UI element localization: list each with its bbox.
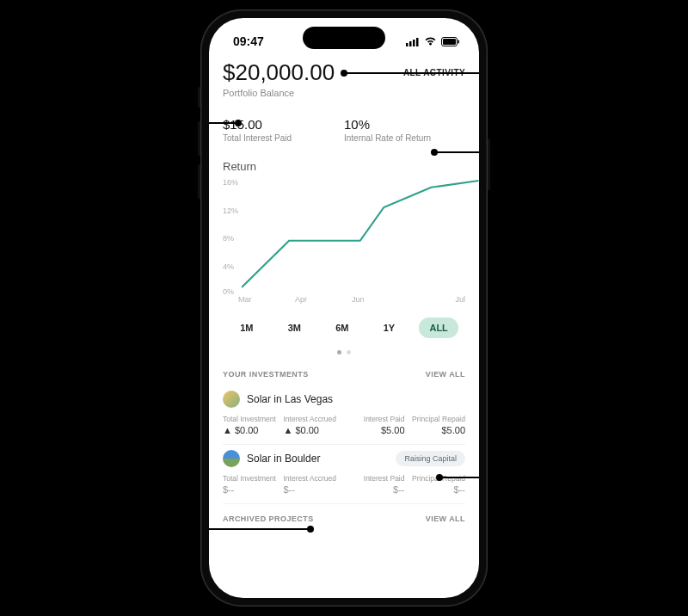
return-chart-section: Return 16% 12% 8% 4% 0% Mar Apr Jun Jul bbox=[223, 160, 465, 304]
col-interest-accrued: Interest Accrued▲ $0.00 bbox=[284, 415, 345, 435]
y-tick: 4% bbox=[223, 262, 234, 271]
investment-columns: Total Investment$--Interest Accrued$--In… bbox=[223, 474, 465, 495]
x-tick: Apr bbox=[295, 295, 352, 304]
annotation-line bbox=[209, 528, 308, 530]
portfolio-balance-label: Portfolio Balance bbox=[223, 88, 465, 98]
battery-icon bbox=[441, 37, 460, 46]
page-indicator bbox=[223, 350, 465, 354]
pager-dot[interactable] bbox=[337, 350, 341, 354]
metrics-row: $15.00 Total Interest Paid 10% Internal … bbox=[223, 117, 465, 143]
metric-label: Total Interest Paid bbox=[223, 133, 344, 143]
col-interest-accrued: Interest Accrued$-- bbox=[284, 474, 345, 495]
annotation-dot bbox=[307, 526, 314, 533]
status-right bbox=[406, 37, 460, 46]
y-tick: 0% bbox=[223, 287, 234, 296]
col-value: $5.00 bbox=[405, 425, 466, 435]
phone-frame: 09:47 $20,000.00 bbox=[200, 9, 488, 607]
col-label: Total Investment bbox=[223, 474, 284, 483]
x-tick: Jun bbox=[352, 295, 408, 304]
project-name: Solar in Boulder bbox=[247, 453, 320, 465]
wifi-icon bbox=[424, 37, 437, 46]
metric-irr: 10% Internal Rate of Return bbox=[344, 117, 465, 143]
range-button-1m[interactable]: 1M bbox=[230, 317, 263, 338]
y-tick: 8% bbox=[223, 234, 234, 243]
investment-head: Solar in Las Vegas bbox=[223, 391, 465, 408]
x-tick: Jul bbox=[408, 295, 465, 304]
dynamic-island bbox=[303, 27, 385, 49]
annotation-dot bbox=[431, 149, 438, 156]
investment-head: Solar in BoulderRaising Capital bbox=[223, 450, 465, 467]
col-value: $-- bbox=[344, 484, 405, 495]
content: $20,000.00 ALL ACTIVITY Portfolio Balanc… bbox=[209, 54, 479, 598]
volume-down-button bbox=[198, 164, 200, 199]
annotation-dot bbox=[235, 120, 242, 126]
chart-svg bbox=[242, 178, 479, 290]
col-total-investment: Total Investment$-- bbox=[223, 474, 284, 495]
investment-left: Solar in Las Vegas bbox=[223, 391, 333, 408]
col-value: $5.00 bbox=[344, 425, 405, 435]
col-value: ▲ $0.00 bbox=[284, 425, 345, 435]
investment-columns: Total Investment▲ $0.00Interest Accrued▲… bbox=[223, 415, 465, 435]
svg-rect-5 bbox=[443, 39, 456, 45]
y-tick: 12% bbox=[223, 206, 238, 215]
col-value: $-- bbox=[405, 484, 466, 495]
svg-rect-6 bbox=[458, 40, 460, 43]
svg-rect-3 bbox=[416, 38, 419, 46]
col-value: ▲ $0.00 bbox=[223, 425, 284, 435]
annotation-line bbox=[434, 151, 479, 153]
pager-dot[interactable] bbox=[347, 350, 351, 354]
project-name: Solar in Las Vegas bbox=[247, 393, 333, 405]
project-avatar bbox=[223, 391, 240, 408]
section-title: ARCHIVED PROJECTS bbox=[223, 514, 314, 523]
x-tick: Mar bbox=[238, 295, 295, 304]
status-time: 09:47 bbox=[233, 34, 264, 48]
investments-list: Solar in Las VegasTotal Investment▲ $0.0… bbox=[223, 385, 465, 504]
range-button-3m[interactable]: 3M bbox=[278, 317, 311, 338]
col-label: Interest Accrued bbox=[284, 415, 345, 423]
range-button-all[interactable]: ALL bbox=[419, 317, 458, 338]
col-principal-repaid: Principal Repaid$5.00 bbox=[405, 415, 466, 435]
col-label: Principal Repaid bbox=[405, 415, 466, 423]
annotation-line bbox=[344, 72, 479, 74]
annotation-line bbox=[209, 122, 235, 124]
annotation-dot bbox=[341, 70, 347, 77]
time-range-selector: 1M3M6M1YALL bbox=[223, 317, 465, 338]
archived-header: ARCHIVED PROJECTS VIEW ALL bbox=[223, 514, 465, 523]
power-button bbox=[488, 139, 490, 190]
investments-header: YOUR INVESTMENTS VIEW ALL bbox=[223, 370, 465, 379]
col-value: $-- bbox=[284, 484, 345, 495]
chart-line bbox=[242, 181, 478, 287]
return-chart: 16% 12% 8% 4% 0% bbox=[223, 178, 465, 290]
col-label: Interest Paid bbox=[344, 474, 405, 483]
svg-rect-2 bbox=[413, 40, 415, 46]
investment-left: Solar in Boulder bbox=[223, 450, 320, 467]
y-tick: 16% bbox=[223, 178, 238, 187]
svg-rect-0 bbox=[406, 43, 408, 46]
annotation-line bbox=[439, 477, 479, 478]
investment-item[interactable]: Solar in Las VegasTotal Investment▲ $0.0… bbox=[223, 385, 465, 445]
cellular-icon bbox=[406, 37, 420, 46]
investment-item[interactable]: Solar in BoulderRaising CapitalTotal Inv… bbox=[223, 445, 465, 504]
col-interest-paid: Interest Paid$5.00 bbox=[344, 415, 405, 435]
range-button-1y[interactable]: 1Y bbox=[373, 317, 405, 338]
range-button-6m[interactable]: 6M bbox=[325, 317, 359, 338]
svg-rect-1 bbox=[409, 41, 412, 46]
screen: 09:47 $20,000.00 bbox=[209, 18, 479, 598]
col-label: Principal Repaid bbox=[405, 474, 466, 483]
project-avatar bbox=[223, 450, 240, 467]
col-label: Interest Accrued bbox=[284, 474, 345, 483]
view-all-link[interactable]: VIEW ALL bbox=[426, 514, 465, 523]
col-label: Total Investment bbox=[223, 415, 284, 423]
col-label: Interest Paid bbox=[344, 415, 405, 423]
volume-up-button bbox=[198, 121, 200, 156]
view-all-link[interactable]: VIEW ALL bbox=[426, 370, 465, 379]
col-interest-paid: Interest Paid$-- bbox=[344, 474, 405, 495]
col-total-investment: Total Investment▲ $0.00 bbox=[223, 415, 284, 435]
metric-label: Internal Rate of Return bbox=[344, 133, 465, 143]
chart-title: Return bbox=[223, 160, 465, 173]
portfolio-balance-amount: $20,000.00 bbox=[223, 59, 335, 86]
metric-value: 10% bbox=[344, 117, 465, 132]
silence-switch bbox=[198, 87, 200, 108]
section-title: YOUR INVESTMENTS bbox=[223, 370, 309, 379]
col-value: $-- bbox=[223, 484, 284, 495]
